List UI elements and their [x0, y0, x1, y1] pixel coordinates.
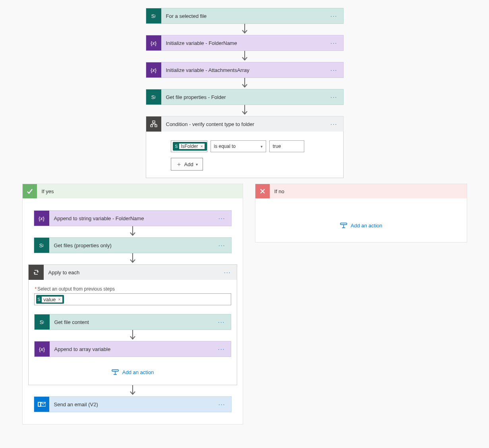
step-menu-icon[interactable]: ··· — [218, 215, 231, 221]
flow-arrow — [129, 385, 137, 396]
sharepoint-icon: S⟩ — [35, 314, 50, 330]
sharepoint-token: S value× — [36, 295, 64, 304]
loop-select-input[interactable]: S value× — [34, 293, 231, 305]
step-menu-icon[interactable]: ··· — [331, 67, 343, 73]
step-init-attachments[interactable]: {x} Initialize variable - AttachmentsArr… — [146, 62, 344, 78]
variable-icon: {x} — [146, 35, 161, 50]
token-remove-icon[interactable]: × — [58, 297, 60, 302]
svg-rect-4 — [153, 121, 155, 123]
condition-operator-select[interactable]: is equal to ▾ — [211, 140, 266, 152]
step-get-files[interactable]: S⟩ Get files (properties only) ··· — [34, 237, 232, 253]
step-append-string[interactable]: {x} Append to string variable - FolderNa… — [34, 210, 232, 226]
step-get-file-content[interactable]: S⟩ Get file content ··· — [34, 314, 231, 330]
variable-icon: {x} — [34, 211, 49, 226]
branch-no-header: If no — [255, 184, 467, 198]
step-title: Send an email (V2) — [49, 401, 218, 407]
branch-yes-header: If yes — [23, 184, 243, 198]
condition-body: S IsFolder× is equal to ▾ true ＋ Add ▾ — [146, 132, 344, 178]
branch-no: If no Add an action — [255, 184, 467, 242]
step-title: Get files (properties only) — [49, 242, 218, 248]
branch-yes: If yes {x} Append to string variable - F… — [22, 184, 243, 425]
step-trigger[interactable]: S⟩ For a selected file ··· — [146, 8, 344, 24]
add-action-button[interactable]: Add an action — [261, 222, 461, 229]
step-menu-icon[interactable]: ··· — [218, 319, 231, 325]
sharepoint-token: S IsFolder× — [173, 142, 207, 151]
step-send-email[interactable]: Send an email (V2) ··· — [34, 396, 232, 412]
sharepoint-icon: S⟩ — [146, 89, 161, 105]
loop-icon — [29, 265, 44, 280]
flow-arrow — [241, 51, 249, 62]
condition-add-button[interactable]: ＋ Add ▾ — [171, 158, 203, 171]
step-title: Initialize variable - FolderName — [161, 40, 331, 46]
step-title: For a selected file — [161, 13, 331, 19]
step-menu-icon[interactable]: ··· — [218, 346, 231, 352]
step-apply-to-each: Apply to each ··· *Select an output from… — [28, 264, 237, 385]
svg-rect-12 — [39, 403, 40, 406]
step-menu-icon[interactable]: ··· — [331, 40, 343, 46]
step-menu-icon[interactable]: ··· — [224, 269, 237, 275]
outlook-icon — [34, 397, 49, 412]
sharepoint-icon: S⟩ — [146, 8, 161, 23]
svg-rect-8 — [155, 125, 157, 127]
chevron-down-icon: ▾ — [261, 144, 263, 149]
step-get-file-properties[interactable]: S⟩ Get file properties - Folder ··· — [146, 89, 344, 105]
condition-left-operand[interactable]: S IsFolder× — [171, 140, 207, 152]
step-title: Append to array variable — [50, 346, 218, 352]
variable-icon: {x} — [146, 62, 161, 78]
step-title: Get file content — [50, 319, 218, 325]
add-action-button[interactable]: Add an action — [34, 369, 231, 375]
condition-branches: If yes {x} Append to string variable - F… — [22, 184, 467, 425]
svg-rect-7 — [151, 125, 153, 127]
flow-arrow — [241, 78, 249, 89]
flow-arrow — [241, 24, 249, 35]
condition-icon — [146, 116, 161, 132]
step-menu-icon[interactable]: ··· — [331, 13, 343, 19]
step-title: Initialize variable - AttachmentsArray — [161, 67, 331, 73]
step-append-array[interactable]: {x} Append to array variable ··· — [34, 341, 231, 357]
step-menu-icon[interactable]: ··· — [218, 401, 231, 407]
step-title: Condition - verify content type to folde… — [161, 121, 331, 127]
step-menu-icon[interactable]: ··· — [218, 242, 231, 248]
condition-value-input[interactable]: true — [269, 140, 304, 152]
flow-arrow — [129, 253, 137, 264]
sharepoint-icon: S⟩ — [34, 238, 49, 253]
step-menu-icon[interactable]: ··· — [331, 94, 343, 100]
loop-select-label: *Select an output from previous steps — [35, 286, 231, 292]
flow-arrow — [241, 105, 249, 116]
step-init-foldername[interactable]: {x} Initialize variable - FolderName ··· — [146, 35, 344, 51]
flow-arrow — [129, 226, 137, 237]
variable-icon: {x} — [35, 341, 50, 357]
flow-root: S⟩ For a selected file ··· {x} Initializ… — [16, 8, 473, 425]
loop-header[interactable]: Apply to each ··· — [29, 265, 237, 280]
step-title: Get file properties - Folder — [161, 94, 331, 100]
step-title: Append to string variable - FolderName — [49, 215, 218, 221]
step-condition[interactable]: Condition - verify content type to folde… — [146, 116, 344, 132]
flow-arrow — [129, 330, 137, 341]
step-title: Apply to each — [44, 270, 224, 275]
chevron-down-icon: ▾ — [196, 162, 198, 167]
check-icon — [23, 184, 37, 198]
close-icon — [255, 184, 270, 198]
step-menu-icon[interactable]: ··· — [331, 121, 343, 127]
plus-icon: ＋ — [176, 161, 182, 168]
token-remove-icon[interactable]: × — [201, 144, 203, 149]
